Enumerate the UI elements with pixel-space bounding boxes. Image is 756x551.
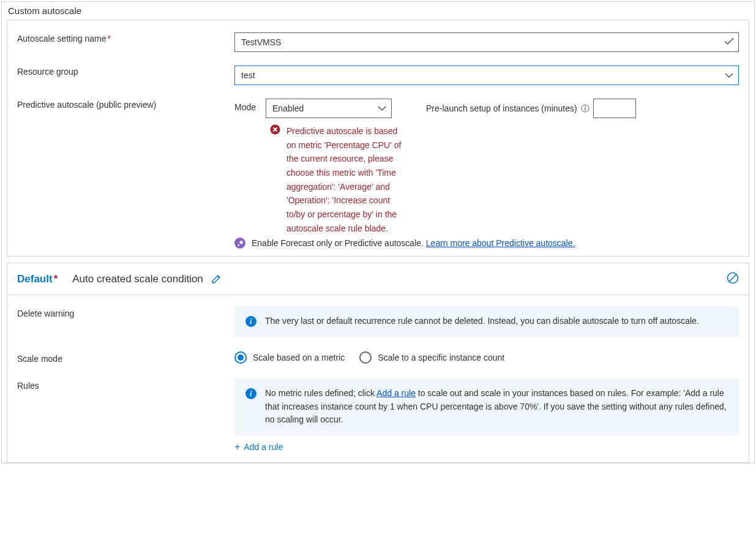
delete-warning-box: i The very last or default recurrence ru… bbox=[234, 306, 739, 337]
rules-info-1: No metric rules defined; click bbox=[265, 388, 376, 398]
edit-icon[interactable] bbox=[211, 274, 222, 285]
delete-icon[interactable] bbox=[727, 272, 739, 286]
mode-value: Enabled bbox=[272, 103, 304, 113]
predictive-error-block: Predictive autoscale is based on metric … bbox=[270, 124, 405, 235]
add-a-rule-button[interactable]: + Add a rule bbox=[234, 438, 283, 456]
radio-scale-metric[interactable]: Scale based on a metric bbox=[234, 351, 345, 364]
condition-subtitle: Auto created scale condition bbox=[72, 273, 203, 285]
info-icon: i bbox=[245, 388, 256, 399]
rules-label: Rules bbox=[17, 378, 234, 391]
scale-condition-panel: Default* Auto created scale condition De… bbox=[7, 263, 749, 463]
radio-count-label: Scale to a specific instance count bbox=[378, 353, 504, 362]
svg-point-1 bbox=[585, 106, 586, 107]
svg-rect-2 bbox=[585, 108, 585, 111]
prelaunch-input[interactable] bbox=[593, 99, 636, 118]
custom-autoscale-panel: Custom autoscale Autoscale setting name*… bbox=[1, 1, 755, 463]
rules-info-text: No metric rules defined; click Add a rul… bbox=[265, 387, 728, 427]
predictive-helper-row: Enable Forecast only or Predictive autos… bbox=[234, 238, 739, 249]
condition-default-label: Default* bbox=[17, 273, 58, 285]
add-a-rule-inline-link[interactable]: Add a rule bbox=[376, 388, 416, 398]
autoscale-name-input[interactable] bbox=[234, 32, 739, 52]
form-row-rg: Resource group test bbox=[17, 66, 739, 85]
add-rule-label: Add a rule bbox=[244, 442, 283, 452]
error-icon bbox=[270, 124, 280, 235]
resource-group-label: Resource group bbox=[17, 66, 234, 77]
predictive-error-text: Predictive autoscale is based on metric … bbox=[286, 124, 405, 235]
chevron-down-icon bbox=[378, 103, 386, 113]
scale-mode-row: Scale mode Scale based on a metric Scale… bbox=[17, 351, 739, 364]
condition-header: Default* Auto created scale condition bbox=[7, 263, 749, 295]
radio-icon bbox=[359, 351, 372, 364]
label-text: Autoscale setting name bbox=[17, 34, 107, 43]
delete-warning-text: The very last or default recurrence rule… bbox=[265, 315, 699, 328]
rules-row: Rules i No metric rules defined; click A… bbox=[17, 378, 739, 456]
autoscale-name-label: Autoscale setting name* bbox=[17, 32, 234, 43]
form-row-name: Autoscale setting name* bbox=[17, 32, 739, 52]
info-icon: i bbox=[245, 316, 256, 327]
rocket-icon bbox=[234, 238, 245, 249]
info-icon[interactable] bbox=[581, 104, 589, 113]
predictive-autoscale-label: Predictive autoscale (public preview) bbox=[17, 99, 234, 110]
prelaunch-group: Pre-launch setup of instances (minutes) bbox=[426, 99, 636, 118]
delete-warning-label: Delete warning bbox=[17, 306, 234, 318]
resource-group-select[interactable]: test bbox=[234, 66, 739, 85]
helper-text: Enable Forecast only or Predictive autos… bbox=[252, 238, 575, 248]
form-row-predictive: Predictive autoscale (public preview) Mo… bbox=[17, 99, 739, 235]
prelaunch-label: Pre-launch setup of instances (minutes) bbox=[426, 103, 577, 113]
learn-more-link[interactable]: Learn more about Predictive autoscale. bbox=[426, 238, 575, 248]
scale-mode-radio-group: Scale based on a metric Scale to a speci… bbox=[234, 351, 739, 364]
plus-icon: + bbox=[234, 441, 240, 452]
chevron-down-icon bbox=[725, 70, 733, 80]
default-text: Default bbox=[17, 273, 53, 285]
svg-line-5 bbox=[729, 275, 736, 282]
radio-metric-label: Scale based on a metric bbox=[253, 353, 345, 362]
scale-mode-label: Scale mode bbox=[17, 351, 234, 364]
mode-select[interactable]: Enabled bbox=[266, 99, 392, 118]
resource-group-value: test bbox=[241, 70, 255, 80]
settings-panel: Autoscale setting name* Resource group t… bbox=[7, 20, 749, 257]
helper-text-plain: Enable Forecast only or Predictive autos… bbox=[252, 238, 426, 248]
radio-scale-count[interactable]: Scale to a specific instance count bbox=[359, 351, 504, 364]
required-indicator: * bbox=[108, 34, 111, 43]
condition-body: Delete warning i The very last or defaul… bbox=[7, 295, 749, 462]
required-indicator: * bbox=[54, 273, 58, 285]
mode-label: Mode bbox=[234, 99, 256, 112]
rules-info-box: i No metric rules defined; click Add a r… bbox=[234, 378, 739, 435]
mode-row: Mode Enabled Pre-launch setup of instanc… bbox=[234, 99, 739, 118]
radio-icon bbox=[234, 351, 247, 364]
delete-warning-row: Delete warning i The very last or defaul… bbox=[17, 306, 739, 337]
section-title: Custom autoscale bbox=[2, 2, 754, 20]
autoscale-name-input-wrapper bbox=[234, 32, 739, 52]
